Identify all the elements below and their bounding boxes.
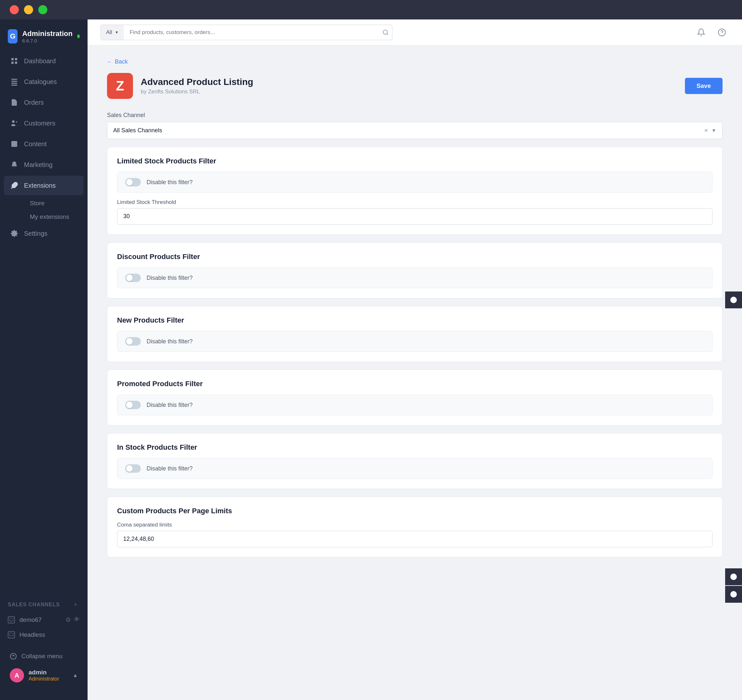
sales-channels-section: Sales Channels + demo67 ⚙ 👁 Headless: [0, 594, 88, 642]
back-arrow-icon: ←: [107, 59, 112, 65]
channel-headless-label: Headless: [19, 631, 45, 638]
search-prefix-chevron-icon: ▼: [115, 30, 119, 35]
sales-channel-demo67[interactable]: demo67 ⚙ 👁: [0, 612, 88, 627]
toggle-new-products[interactable]: [125, 337, 141, 346]
marketing-icon: [10, 160, 19, 169]
page-content: ← Back Z Advanced Product Listing by Zen…: [88, 46, 742, 700]
marketing-label: Marketing: [24, 161, 53, 169]
channel-demo67-eye-icon[interactable]: 👁: [74, 616, 80, 624]
sales-channel-section: Sales Channel All Sales Channels × ▼: [107, 112, 723, 139]
svg-point-8: [12, 120, 15, 123]
main-nav: Dashboard Catalogues Orders: [0, 51, 88, 594]
save-button[interactable]: Save: [685, 78, 723, 94]
sales-channel-select[interactable]: All Sales Channels × ▼: [107, 122, 723, 139]
sidebar: G Administration 6.6.7.0 Dashboard Catal…: [0, 19, 88, 700]
filter-card-limited-stock: Limited Stock Products Filter Disable th…: [107, 147, 723, 235]
sidebar-item-customers[interactable]: Customers: [4, 113, 84, 133]
svg-line-22: [387, 33, 388, 35]
add-sales-channel-button[interactable]: +: [71, 600, 80, 609]
floating-btn-3[interactable]: [725, 586, 742, 603]
sidebar-item-settings[interactable]: Settings: [4, 224, 84, 243]
toggle-label-limited-stock: Disable this filter?: [147, 179, 193, 186]
sidebar-item-content[interactable]: Content: [4, 134, 84, 154]
sidebar-item-my-extensions[interactable]: My extensions: [24, 210, 84, 224]
toggle-limited-stock[interactable]: [125, 178, 141, 187]
search-input[interactable]: [124, 25, 379, 40]
sidebar-item-marketing[interactable]: Marketing: [4, 155, 84, 174]
sidebar-item-orders[interactable]: Orders: [4, 93, 84, 112]
sidebar-item-extensions[interactable]: Extensions: [4, 176, 84, 195]
channel-demo67-icon: [8, 616, 15, 624]
brand-version: 6.6.7.0: [22, 38, 72, 43]
toggle-row-promoted: Disable this filter?: [117, 394, 713, 415]
content-label: Content: [24, 140, 47, 148]
settings-label: Settings: [24, 230, 47, 237]
plugin-name: Advanced Product Listing: [141, 77, 677, 87]
toggle-knob-discount: [126, 275, 132, 281]
sales-channels-title: Sales Channels +: [0, 594, 88, 612]
channel-demo67-settings-icon[interactable]: ⚙: [66, 616, 71, 624]
floating-btn-1[interactable]: [725, 291, 742, 308]
sidebar-item-dashboard[interactable]: Dashboard: [4, 51, 84, 71]
toggle-promoted[interactable]: [125, 401, 141, 409]
filter-title-in-stock: In Stock Products Filter: [117, 443, 713, 451]
user-area[interactable]: A admin Administrator ▲: [4, 664, 84, 687]
toggle-knob-new-products: [126, 338, 132, 345]
threshold-input-limited-stock[interactable]: [117, 208, 713, 225]
online-indicator: [77, 34, 80, 38]
threshold-group-limited-stock: Limited Stock Threshold: [117, 199, 713, 225]
filter-cards: Limited Stock Products Filter Disable th…: [107, 147, 723, 557]
close-button[interactable]: [10, 5, 19, 14]
filter-title-custom-limits: Custom Products Per Page Limits: [117, 507, 713, 515]
collapse-menu-button[interactable]: Collapse menu: [4, 649, 84, 664]
search-container: All ▼: [100, 25, 392, 40]
sidebar-footer: Collapse menu A admin Administrator ▲: [0, 642, 88, 694]
notification-button[interactable]: [694, 25, 708, 40]
floating-icon-2: [730, 573, 738, 581]
maximize-button[interactable]: [38, 5, 47, 14]
toggle-row-limited-stock: Disable this filter?: [117, 172, 713, 193]
back-link[interactable]: ← Back: [107, 58, 723, 65]
orders-icon: [10, 98, 19, 107]
sidebar-item-store[interactable]: Store: [24, 197, 84, 210]
svg-point-21: [383, 30, 387, 34]
search-button[interactable]: [379, 25, 392, 40]
minimize-button[interactable]: [24, 5, 33, 14]
plugin-author: by Zenfts Solutions SRL: [141, 88, 677, 95]
toggle-discount[interactable]: [125, 274, 141, 282]
topbar: All ▼: [88, 19, 742, 46]
sidebar-item-catalogues[interactable]: Catalogues: [4, 72, 84, 91]
orders-label: Orders: [24, 99, 44, 106]
help-button[interactable]: [715, 25, 729, 40]
user-role: Administrator: [28, 676, 59, 682]
toggle-label-in-stock: Disable this filter?: [147, 465, 193, 472]
select-clear-icon[interactable]: ×: [704, 127, 708, 134]
svg-rect-6: [11, 83, 17, 84]
filter-card-custom-limits: Custom Products Per Page Limits Coma sep…: [107, 497, 723, 557]
content-icon: [10, 140, 19, 149]
catalogues-label: Catalogues: [24, 78, 57, 85]
comma-field-group-custom-limits: Coma separated limits: [117, 522, 713, 547]
brand-area: G Administration 6.6.7.0: [0, 26, 88, 51]
back-label: Back: [115, 58, 128, 65]
comma-field-input-custom-limits[interactable]: [117, 531, 713, 547]
titlebar: [0, 0, 742, 19]
collapse-icon: [10, 653, 17, 660]
floating-btn-2[interactable]: [725, 568, 742, 585]
floating-icon-3: [730, 590, 738, 598]
topbar-actions: [694, 25, 729, 40]
toggle-knob-in-stock: [126, 465, 132, 472]
toggle-knob-limited-stock: [126, 179, 132, 185]
sales-channel-headless[interactable]: Headless: [0, 627, 88, 642]
svg-rect-0: [11, 58, 13, 60]
brand-name: Administration: [22, 29, 72, 38]
toggle-in-stock[interactable]: [125, 464, 141, 473]
catalogues-icon: [10, 77, 19, 86]
notification-icon: [697, 28, 705, 37]
dashboard-icon: [10, 56, 19, 66]
brand-icon: G: [8, 29, 18, 43]
customers-label: Customers: [24, 120, 56, 127]
search-prefix[interactable]: All ▼: [100, 25, 124, 40]
svg-point-20: [10, 653, 16, 659]
user-info: admin Administrator: [28, 669, 59, 682]
